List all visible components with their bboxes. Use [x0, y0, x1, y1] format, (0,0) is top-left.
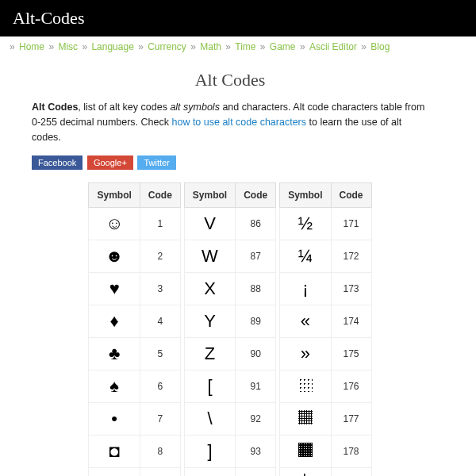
symbol-cell: X [184, 273, 235, 305]
nav-link-currency[interactable]: Currency [148, 41, 186, 52]
symbol-cell: ^ [184, 468, 235, 476]
nav-link-math[interactable]: Math [200, 41, 221, 52]
table-row: »175 [280, 338, 371, 370]
nav-link-misc[interactable]: Misc [58, 41, 78, 52]
code-cell: 2 [140, 240, 180, 273]
col-header-symbol: Symbol [89, 183, 140, 208]
alt-code-table: SymbolCode½171¼172¡173«174»175176177178│… [279, 182, 371, 476]
table-row: ◘8 [89, 436, 180, 468]
code-cell: 91 [236, 370, 276, 403]
nav-link-time[interactable]: Time [235, 41, 255, 52]
col-header-code: Code [140, 183, 180, 208]
symbol-cell: ♠ [89, 370, 140, 403]
twitter-button[interactable]: Twitter [137, 155, 175, 170]
table-row: ¼172 [280, 240, 371, 273]
code-cell: 174 [331, 305, 371, 338]
code-cell: 171 [331, 208, 371, 240]
symbol-cell: » [280, 338, 331, 370]
nav-link-game[interactable]: Game [270, 41, 296, 52]
intro-paragraph: Alt Codes, list of alt key codes alt sym… [32, 100, 428, 144]
code-cell: 177 [331, 403, 371, 436]
nav-link-ascii-editor[interactable]: Ascii Editor [309, 41, 357, 52]
code-cell: 172 [331, 240, 371, 273]
table-row: ^94 [184, 468, 275, 476]
nav-separator: » [260, 41, 268, 52]
symbol-cell: ◘ [89, 436, 140, 468]
code-cell: 94 [236, 468, 276, 476]
symbol-cell: Y [184, 305, 235, 338]
googleplus-button[interactable]: Google+ [87, 155, 133, 170]
social-buttons: Facebook Google+ Twitter [32, 155, 428, 170]
site-title: Alt-Codes [13, 8, 84, 28]
code-cell: 1 [140, 208, 180, 240]
code-cell: 87 [236, 240, 276, 273]
code-cell: 93 [236, 436, 276, 468]
symbol-cell: ☻ [89, 240, 140, 273]
symbol-cell: • [89, 403, 140, 436]
site-header: Alt-Codes [0, 0, 476, 36]
table-row: [91 [184, 370, 275, 403]
symbol-cell [280, 436, 331, 468]
symbol-cell: \ [184, 403, 235, 436]
table-row: ☻2 [89, 240, 180, 273]
symbol-cell: ♦ [89, 305, 140, 338]
nav-separator: » [225, 41, 233, 52]
intro-em: alt symbols [170, 102, 220, 113]
symbol-cell [280, 370, 331, 403]
code-cell: 6 [140, 370, 180, 403]
nav-link-blog[interactable]: Blog [370, 41, 390, 52]
table-row: Z90 [184, 338, 275, 370]
table-row: ¡173 [280, 273, 371, 305]
table-row: •7 [89, 403, 180, 436]
table-row: ½171 [280, 208, 371, 240]
nav-link-home[interactable]: Home [19, 41, 44, 52]
code-cell: 175 [331, 338, 371, 370]
symbol-cell: ¡ [280, 273, 331, 305]
nav-separator: » [82, 41, 90, 52]
col-header-code: Code [331, 183, 371, 208]
table-row: V86 [184, 208, 275, 240]
facebook-button[interactable]: Facebook [32, 155, 83, 170]
intro-link[interactable]: how to use alt code characters [171, 117, 306, 128]
symbol-cell: Z [184, 338, 235, 370]
code-cell: 90 [236, 338, 276, 370]
code-cell: 86 [236, 208, 276, 240]
code-cell: 89 [236, 305, 276, 338]
nav-separator: » [138, 41, 146, 52]
intro-strong: Alt Codes [32, 102, 78, 113]
shade-dark-icon [298, 443, 313, 457]
col-header-symbol: Symbol [280, 183, 331, 208]
main-content: Alt Codes Alt Codes, list of alt key cod… [0, 57, 460, 476]
alt-code-table: SymbolCodeV86W87X88Y89Z90[91\92]93^94_95 [184, 182, 276, 476]
code-cell: 7 [140, 403, 180, 436]
code-cell: 9 [140, 468, 180, 476]
alt-code-table: SymbolCode☺1☻2♥3♦4♣5♠6•7◘8○9◙10 [88, 182, 180, 476]
symbol-cell: ] [184, 436, 235, 468]
table-row: ♥3 [89, 273, 180, 305]
nav-link-language[interactable]: Language [91, 41, 133, 52]
code-cell: 179 [331, 468, 371, 476]
table-row: │179 [280, 468, 371, 476]
page-title: Alt Codes [32, 70, 428, 90]
code-cell: 8 [140, 436, 180, 468]
table-row: 178 [280, 436, 371, 468]
nav-separator: » [48, 41, 56, 52]
shade-light-icon [298, 378, 313, 392]
code-cell: 3 [140, 273, 180, 305]
table-row: Y89 [184, 305, 275, 338]
table-row: ♣5 [89, 338, 180, 370]
table-row: ○9 [89, 468, 180, 476]
symbol-cell: W [184, 240, 235, 273]
table-row: 177 [280, 403, 371, 436]
intro-text-1: , list of alt key codes [78, 102, 170, 113]
symbol-cell: │ [280, 468, 331, 476]
shade-med-icon [298, 410, 313, 424]
code-cell: 92 [236, 403, 276, 436]
code-cell: 176 [331, 370, 371, 403]
breadcrumb-nav: » Home » Misc » Language » Currency » Ma… [0, 36, 476, 57]
table-row: W87 [184, 240, 275, 273]
symbol-cell: ♣ [89, 338, 140, 370]
symbol-cell [280, 403, 331, 436]
code-cell: 173 [331, 273, 371, 305]
symbol-cell: ♥ [89, 273, 140, 305]
